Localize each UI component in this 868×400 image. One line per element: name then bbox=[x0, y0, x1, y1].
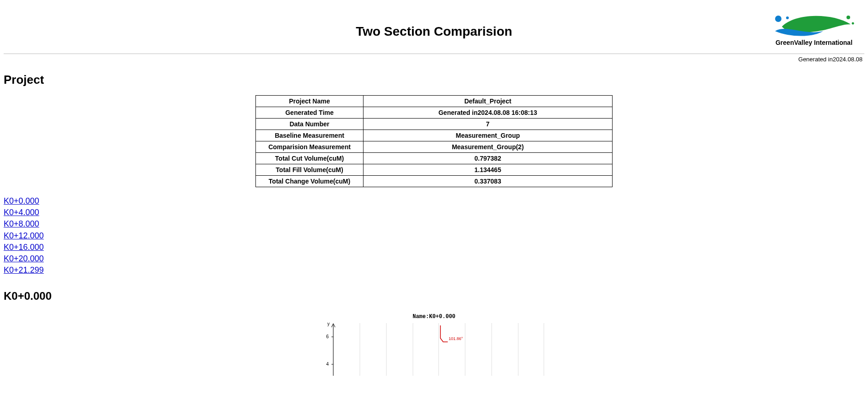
project-row: Total Cut Volume(cuM)0.797382 bbox=[256, 153, 613, 164]
section-chart: Name:K0+0.000 y 6 4 101.86 bbox=[306, 312, 562, 376]
svg-point-2 bbox=[846, 16, 850, 19]
project-row: Total Change Volume(cuM)0.337083 bbox=[256, 176, 613, 187]
section-link[interactable]: K0+8.000 bbox=[4, 219, 39, 228]
section-links-list: K0+0.000K0+4.000K0+8.000K0+12.000K0+16.0… bbox=[4, 195, 864, 276]
section-heading: K0+0.000 bbox=[4, 290, 864, 303]
svg-point-1 bbox=[786, 16, 789, 19]
project-row-value: Generated in2024.08.08 16:08:13 bbox=[363, 107, 613, 119]
chart-grid bbox=[333, 323, 544, 376]
project-row-key: Data Number bbox=[256, 119, 363, 130]
y-tick-4: 4 bbox=[326, 362, 329, 367]
brand-logo: GreenValley International bbox=[773, 11, 855, 46]
section-link[interactable]: K0+0.000 bbox=[4, 196, 39, 205]
project-row-value: 1.134465 bbox=[363, 164, 613, 176]
project-row-key: Total Fill Volume(cuM) bbox=[256, 164, 363, 176]
section-link[interactable]: K0+16.000 bbox=[4, 243, 44, 252]
project-row-key: Generated Time bbox=[256, 107, 363, 119]
project-row: Total Fill Volume(cuM)1.134465 bbox=[256, 164, 613, 176]
svg-point-0 bbox=[775, 16, 781, 22]
project-row: Comparision MeasurementMeasurement_Group… bbox=[256, 141, 613, 153]
project-row-key: Comparision Measurement bbox=[256, 141, 363, 153]
greenvalley-logo-icon bbox=[773, 11, 855, 38]
project-row: Data Number7 bbox=[256, 119, 613, 130]
project-row-key: Baseline Measurement bbox=[256, 130, 363, 141]
project-row: Baseline MeasurementMeasurement_Group bbox=[256, 130, 613, 141]
brand-logo-text: GreenValley International bbox=[773, 39, 855, 46]
project-heading: Project bbox=[4, 73, 864, 87]
chart-profile-line: 101.86° bbox=[440, 325, 463, 342]
project-row-value: Measurement_Group(2) bbox=[363, 141, 613, 153]
project-row: Project NameDefault_Project bbox=[256, 96, 613, 107]
project-row-key: Project Name bbox=[256, 96, 363, 107]
chart-title-text: Name:K0+0.000 bbox=[412, 314, 456, 320]
chart-annotation: 101.86° bbox=[449, 336, 463, 341]
generated-date-line: Generated in2024.08.08 bbox=[4, 54, 864, 63]
project-row-value: Measurement_Group bbox=[363, 130, 613, 141]
svg-point-3 bbox=[852, 22, 854, 25]
project-row-value: 0.797382 bbox=[363, 153, 613, 164]
y-tick-6: 6 bbox=[326, 334, 329, 339]
project-info-table: Project NameDefault_ProjectGenerated Tim… bbox=[255, 95, 613, 187]
svg-text:y: y bbox=[327, 321, 330, 326]
project-row-key: Total Cut Volume(cuM) bbox=[256, 153, 363, 164]
chart-y-axis: y 6 4 bbox=[326, 321, 335, 376]
section-link[interactable]: K0+20.000 bbox=[4, 254, 44, 263]
section-link[interactable]: K0+4.000 bbox=[4, 208, 39, 217]
section-link[interactable]: K0+21.299 bbox=[4, 265, 44, 275]
project-row-value: 0.337083 bbox=[363, 176, 613, 187]
project-row-value: Default_Project bbox=[363, 96, 613, 107]
section-link[interactable]: K0+12.000 bbox=[4, 231, 44, 240]
report-header: Two Section Comparision GreenValley Inte… bbox=[4, 4, 864, 54]
report-title: Two Section Comparision bbox=[4, 4, 864, 39]
project-row: Generated TimeGenerated in2024.08.08 16:… bbox=[256, 107, 613, 119]
project-row-key: Total Change Volume(cuM) bbox=[256, 176, 363, 187]
project-row-value: 7 bbox=[363, 119, 613, 130]
